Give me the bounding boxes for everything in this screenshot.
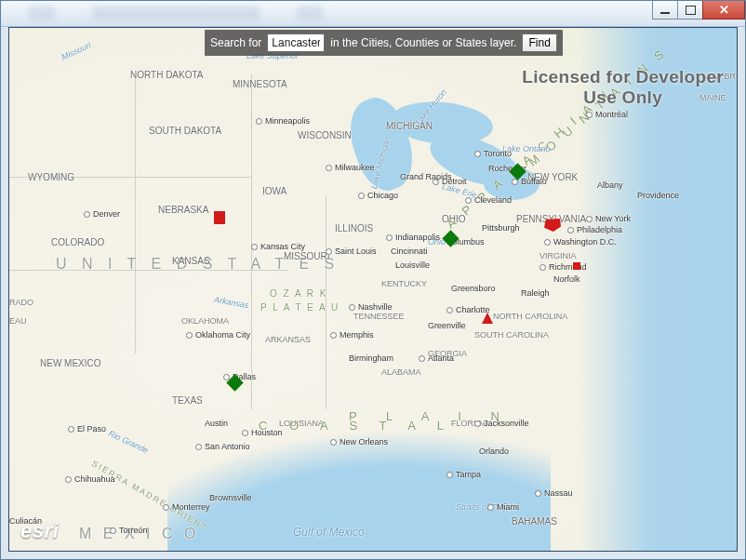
city-louisville: Louisville bbox=[395, 260, 430, 270]
city-newyork: New York bbox=[586, 214, 631, 223]
city-houston: Houston bbox=[242, 428, 283, 437]
city-miami: Miami bbox=[487, 502, 519, 512]
city-toronto: Toronto bbox=[474, 149, 512, 158]
city-norfolk: Norfolk bbox=[553, 274, 580, 284]
city-elpaso: El Paso bbox=[68, 424, 106, 433]
title-bar[interactable]: ✕ bbox=[1, 1, 745, 27]
state-co: COLORADO bbox=[51, 237, 104, 247]
city-greenville: Greenville bbox=[428, 321, 466, 330]
state-ks: KANSAS bbox=[172, 256, 210, 266]
state-ia: IOWA bbox=[262, 186, 286, 196]
label-gulf: Gulf of Mexico bbox=[293, 526, 365, 539]
state-al: ALABAMA bbox=[381, 367, 421, 377]
state-mo: MISSOURI bbox=[284, 251, 329, 261]
window-controls: ✕ bbox=[653, 1, 745, 20]
city-philadelphia: Philadelphia bbox=[567, 225, 622, 234]
state-sd: SOUTH DAKOTA bbox=[149, 126, 221, 136]
city-kansascity: Kansas City bbox=[251, 242, 305, 251]
city-stlouis: Saint Louis bbox=[326, 247, 377, 256]
state-eau: EAU bbox=[9, 316, 27, 326]
state-nd: NORTH DAKOTA bbox=[130, 70, 204, 80]
city-chicago: Chicago bbox=[358, 191, 398, 200]
state-rado: RADO bbox=[9, 298, 33, 307]
label-plateau: P L A T E A U bbox=[260, 302, 340, 313]
map-canvas[interactable]: U N I T E D S T A T E S M E X I C O NORT… bbox=[9, 28, 737, 551]
city-sanantonio: San Antonio bbox=[195, 442, 250, 451]
state-mn: MINNESOTA bbox=[233, 79, 287, 89]
client-area: U N I T E D S T A T E S M E X I C O NORT… bbox=[8, 27, 738, 552]
city-grandrapids: Grand Rapids bbox=[400, 172, 452, 181]
search-prefix-label: Search for bbox=[210, 36, 261, 49]
state-ky: KENTUCKY bbox=[381, 279, 427, 288]
city-milwaukee: Milwaukee bbox=[326, 163, 375, 172]
label-ozark: O Z A R K bbox=[270, 288, 327, 299]
city-monterrey: Monterrey bbox=[163, 502, 210, 512]
city-chihuahua: Chihuahua bbox=[65, 474, 115, 484]
search-bar: Search for in the Cities, Counties or St… bbox=[205, 30, 563, 56]
blurred-tabs bbox=[29, 7, 550, 21]
state-tx: TEXAS bbox=[172, 395, 203, 406]
city-memphis: Memphis bbox=[330, 330, 374, 340]
city-indianapolis: Indianapolis bbox=[386, 233, 440, 242]
city-denver: Denver bbox=[84, 209, 120, 219]
label-plain: P L A I N bbox=[349, 409, 591, 423]
state-wi: WISCONSIN bbox=[298, 130, 352, 140]
state-ne: NEBRASKA bbox=[158, 205, 208, 215]
city-orlando: Orlando bbox=[479, 447, 509, 456]
city-pittsburgh: Pittsburgh bbox=[482, 223, 520, 233]
state-mi: MICHIGAN bbox=[386, 121, 433, 131]
esri-logo: esri bbox=[20, 519, 59, 543]
city-tampa: Tampa bbox=[446, 470, 481, 479]
state-va: VIRGINIA bbox=[540, 251, 577, 260]
city-providence: Providence bbox=[637, 191, 679, 200]
city-atlanta: Atlanta bbox=[419, 353, 454, 363]
state-tn: TENNESSEE bbox=[353, 312, 405, 321]
state-nm: NEW MEXICO bbox=[40, 358, 101, 368]
city-nassau: Nassau bbox=[535, 488, 573, 498]
watermark-line1: Licensed for Developer bbox=[522, 67, 724, 87]
city-cincinnati: Cincinnati bbox=[391, 247, 428, 256]
city-birmingham: Birmingham bbox=[349, 353, 393, 363]
city-austin: Austin bbox=[205, 419, 228, 428]
city-raleigh: Raleigh bbox=[521, 288, 550, 298]
city-cleveland: Cleveland bbox=[465, 195, 512, 205]
state-il: ILLINOIS bbox=[335, 223, 373, 233]
marker-red-square-va[interactable] bbox=[573, 262, 580, 270]
city-greensboro: Greensboro bbox=[451, 284, 496, 293]
marker-red-triangle-sc[interactable] bbox=[482, 313, 493, 324]
watermark-line2: Use Only bbox=[522, 87, 724, 108]
state-sc: SOUTH CAROLINA bbox=[474, 330, 549, 340]
close-button[interactable]: ✕ bbox=[702, 1, 745, 20]
city-albany: Albany bbox=[597, 180, 623, 190]
maximize-button[interactable] bbox=[677, 1, 703, 20]
city-neworleans: New Orleans bbox=[330, 437, 388, 447]
city-brownsville: Brownsville bbox=[209, 493, 252, 502]
state-wy: WYOMING bbox=[28, 172, 74, 182]
city-nashville: Nashville bbox=[349, 302, 393, 312]
country-bahamas: BAHAMAS bbox=[512, 516, 557, 527]
city-jacksonville: Jacksonville bbox=[474, 419, 529, 428]
city-montreal: Montréal bbox=[586, 110, 628, 119]
state-ok: OKLAHOMA bbox=[181, 316, 229, 326]
minimize-button[interactable] bbox=[652, 1, 678, 20]
city-torreon: Torreón bbox=[110, 526, 148, 535]
developer-watermark: Licensed for Developer Use Only bbox=[522, 67, 724, 108]
state-ar: ARKANSAS bbox=[265, 335, 311, 344]
find-button[interactable]: Find bbox=[522, 33, 556, 52]
search-input[interactable] bbox=[267, 33, 325, 52]
state-nc: NORTH CAROLINA bbox=[493, 312, 567, 321]
search-suffix-label: in the Cities, Counties or States layer. bbox=[330, 36, 516, 49]
city-washington: Washington D.C. bbox=[544, 237, 617, 247]
marker-red-square-nebraska[interactable] bbox=[214, 211, 225, 224]
city-okc: Oklahoma City bbox=[186, 330, 250, 340]
city-minneapolis: Minneapolis bbox=[256, 116, 310, 126]
application-window: ✕ U N I T E D S T A T E S M E X I C O NO… bbox=[0, 0, 746, 560]
